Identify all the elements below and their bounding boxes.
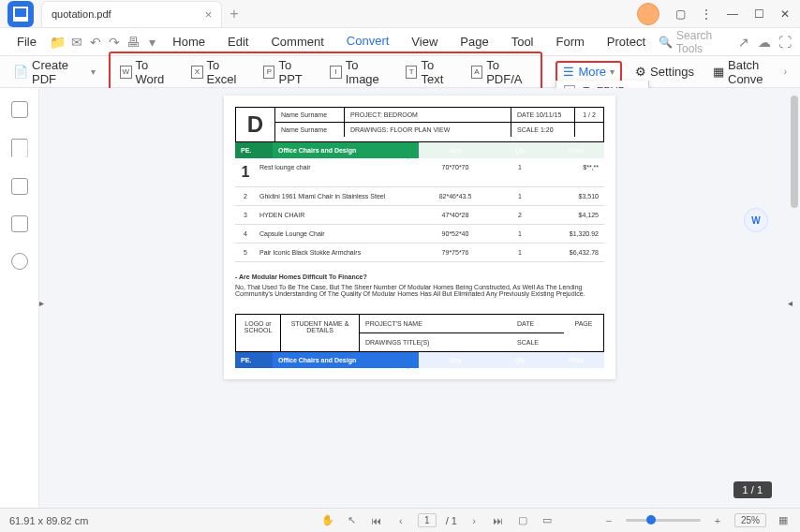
hand-tool-icon[interactable]: ✋ [320, 513, 335, 528]
create-pdf-icon: 📄 [13, 65, 28, 79]
doc-question: - Are Modular Homes Difficult To Finance… [235, 273, 604, 280]
row-qty: 1 [492, 225, 548, 243]
print-dropdown-icon[interactable]: ▾ [144, 35, 159, 50]
hdr2-date: DATE [511, 315, 564, 333]
row-desc: Rest lounge chair [256, 158, 419, 186]
vertical-scrollbar[interactable] [791, 96, 798, 500]
row-qty: 1 [492, 158, 548, 186]
hdr2-drawings: DRAWINGS TITLE(S) [360, 333, 511, 351]
close-tab-icon[interactable]: × [205, 7, 213, 22]
zoom-in-icon[interactable]: + [710, 513, 725, 528]
zoom-knob[interactable] [646, 515, 656, 525]
col-qty: Qty [492, 142, 548, 158]
hdr-name1: Name Surname [275, 108, 345, 122]
dimensions-readout: 61.91 x 89.82 cm [9, 515, 88, 526]
bookmark-panel-icon[interactable] [11, 139, 28, 157]
menu-page[interactable]: Page [451, 31, 497, 52]
convert-to-pdf-a-button[interactable]: ATo PDF/A [466, 55, 538, 89]
toolbar: 📄 Create PDF ▾ WTo WordXTo ExcelPTo PPTI… [0, 56, 800, 88]
next-page-icon[interactable]: › [467, 513, 481, 528]
create-pdf-button[interactable]: 📄 Create PDF ▾ [7, 55, 101, 89]
zoom-slider[interactable] [626, 519, 701, 522]
menu-tool[interactable]: Tool [502, 31, 543, 52]
convert-to-excel-button[interactable]: XTo Excel [185, 55, 252, 89]
menu-edit[interactable]: Edit [218, 31, 258, 52]
section-header-green: PE. Office Chairs and Design Size Qty Pr… [235, 142, 604, 158]
more-button[interactable]: ☰ More ▾ [563, 65, 615, 79]
col-price: Price [548, 142, 604, 158]
layout-icon[interactable]: ▦ [776, 513, 791, 528]
doc-header-table: D Name Surname PROJECT: BEDROOM DATE 10/… [235, 107, 604, 142]
prev-page-icon[interactable]: ‹ [393, 513, 408, 528]
fit-page-icon[interactable]: ▢ [515, 513, 530, 528]
menu-form[interactable]: Form [547, 31, 594, 52]
convert-to-ppt-button[interactable]: PTo PPT [258, 55, 319, 89]
table-row: 3HYDEN CHAIR47*40*282$4,125 [235, 206, 604, 225]
convert-to-image-button[interactable]: ITo Image [324, 55, 394, 89]
row-size: 90*52*40 [419, 225, 492, 243]
last-page-icon[interactable]: ⏭ [491, 513, 506, 528]
kebab-icon[interactable]: ⋮ [695, 3, 718, 25]
menu-protect[interactable]: Protect [598, 31, 655, 52]
left-sidebar [0, 88, 39, 508]
dropdown-icon: ▾ [91, 66, 96, 77]
thumbnail-panel-icon[interactable] [11, 101, 28, 118]
doc-a-icon: A [471, 66, 482, 79]
share-icon[interactable]: ↗ [737, 35, 752, 50]
batch-convert-button[interactable]: ▦ Batch Conve › [707, 55, 793, 89]
mail-icon[interactable]: ✉ [69, 35, 84, 50]
menu-view[interactable]: View [402, 31, 447, 52]
menu-home[interactable]: Home [163, 31, 215, 52]
floating-word-badge[interactable]: W [744, 208, 768, 232]
maximize-icon[interactable]: ☐ [748, 3, 770, 25]
print-icon[interactable]: 🖶 [126, 35, 141, 50]
attachment-panel-icon[interactable] [11, 215, 28, 232]
search-panel-icon[interactable] [11, 253, 28, 270]
row-index: 2 [235, 187, 256, 205]
document-canvas[interactable]: D Name Surname PROJECT: BEDROOM DATE 10/… [39, 88, 800, 508]
page-number-input[interactable]: 1 [418, 513, 437, 527]
titlebar: quotation.pdf × + ▢ ⋮ — ☐ ✕ [0, 0, 800, 28]
comment-panel-icon[interactable] [11, 178, 28, 195]
table-row: 5Pair Iconic Black Stokke Armchairs79*75… [235, 244, 604, 262]
row-price: $1,320.92 [548, 225, 604, 243]
redo-icon[interactable]: ↷ [107, 35, 122, 50]
convert-to-word-button[interactable]: WTo Word [114, 55, 180, 89]
notification-icon[interactable]: ▢ [669, 3, 691, 25]
expand-icon[interactable]: ⛶ [778, 35, 793, 50]
zoom-level[interactable]: 25% [734, 513, 766, 527]
cloud-icon[interactable]: ☁ [757, 35, 772, 50]
row-size: 70*70*70 [419, 158, 492, 186]
convert-to-text-button[interactable]: TTo Text [400, 55, 460, 89]
row-desc: Pair Iconic Black Stokke Armchairs [256, 244, 419, 261]
tab-title: quotation.pdf [52, 8, 111, 20]
pdf-page: D Name Surname PROJECT: BEDROOM DATE 10/… [224, 96, 615, 379]
hdr2-project: PROJECT'S NAME [360, 315, 511, 333]
search-tools[interactable]: 🔍 Search Tools [659, 29, 732, 55]
statusbar: 61.91 x 89.82 cm ✋ ↖ ⏮ ‹ 1 / 1 › ⏭ ▢ ▭ −… [0, 508, 800, 532]
minimize-icon[interactable]: — [721, 3, 744, 25]
scrollbar-thumb[interactable] [791, 96, 798, 208]
more-icon: ☰ [563, 65, 574, 79]
close-window-icon[interactable]: ✕ [774, 3, 796, 25]
zoom-out-icon[interactable]: − [601, 513, 616, 528]
hdr2-student: STUDENT NAME & DETAILS [281, 315, 360, 351]
row-qty: 1 [492, 187, 548, 205]
document-tab[interactable]: quotation.pdf × [41, 1, 222, 27]
undo-icon[interactable]: ↶ [88, 35, 103, 50]
table-row: 1Rest lounge chair70*70*701$**,** [235, 158, 604, 187]
select-tool-icon[interactable]: ↖ [345, 513, 360, 528]
settings-button[interactable]: ⚙ Settings [630, 62, 700, 81]
menu-comment[interactable]: Comment [261, 31, 333, 52]
profile-icon[interactable] [637, 3, 659, 25]
file-menu[interactable]: File [7, 31, 46, 52]
new-tab-button[interactable]: + [230, 6, 238, 22]
chevron-right-icon: › [784, 66, 787, 77]
window-controls: ▢ ⋮ — ☐ ✕ [637, 3, 796, 25]
open-icon[interactable]: 📁 [50, 35, 66, 50]
hdr-name2: Name Surname [275, 123, 345, 137]
first-page-icon[interactable]: ⏮ [369, 513, 384, 528]
menu-convert[interactable]: Convert [337, 30, 399, 53]
fit-width-icon[interactable]: ▭ [540, 513, 555, 528]
hdr-date: DATE 10/11/15 [511, 108, 575, 122]
